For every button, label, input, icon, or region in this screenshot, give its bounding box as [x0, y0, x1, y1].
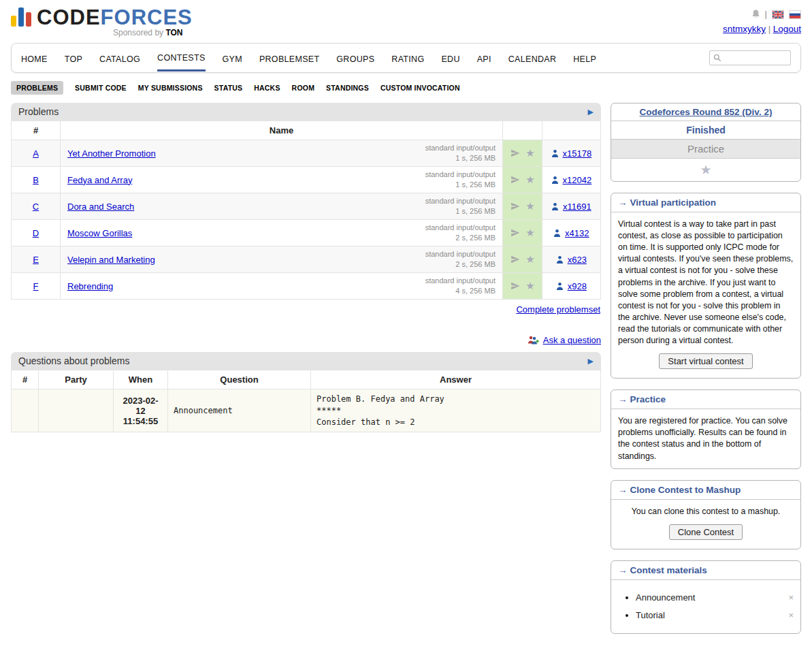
solved-person-icon — [556, 282, 564, 291]
favorite-star-icon[interactable]: ★ — [525, 174, 534, 186]
logo[interactable]: CODEFORCES Sponsored by TON — [11, 7, 193, 37]
header-divider: | — [765, 7, 767, 22]
problem-name-link[interactable]: Yet Another Promotion — [67, 148, 156, 159]
nav-item-api[interactable]: API — [477, 46, 491, 71]
contest-sub-nav: PROBLEMS SUBMIT CODE MY SUBMISSIONS STAT… — [11, 81, 801, 95]
contest-title-link[interactable]: Codeforces Round 852 (Div. 2) — [640, 107, 773, 117]
section-arrow-icon: → — [618, 394, 628, 404]
questions-caption: Questions about problems — [18, 355, 129, 366]
complete-problemset-link[interactable]: Complete problemset — [516, 304, 600, 315]
logo-bars-icon — [11, 7, 31, 28]
problem-letter-link[interactable]: C — [33, 202, 39, 212]
favorite-star-icon[interactable]: ★ — [525, 280, 534, 292]
collapse-arrow-icon[interactable]: ▶ — [588, 357, 594, 366]
col-header-index: # — [12, 121, 61, 140]
nav-item-rating[interactable]: RATING — [391, 46, 424, 71]
collapse-arrow-icon[interactable]: ▶ — [588, 108, 594, 116]
nav-item-edu[interactable]: EDU — [441, 46, 459, 71]
nav-item-calendar[interactable]: CALENDAR — [508, 46, 556, 71]
submit-plane-icon[interactable] — [510, 175, 521, 185]
virtual-participation-text: Virtual contest is a way to take part in… — [618, 219, 794, 347]
table-row: D Moscow Gorillas standard input/output2… — [12, 220, 601, 246]
col-header-answer: Answer — [311, 370, 601, 389]
favorite-star-icon[interactable]: ★ — [525, 227, 534, 239]
subnav-item-my-submissions[interactable]: MY SUBMISSIONS — [138, 84, 203, 92]
notifications-bell-icon[interactable] — [751, 10, 760, 19]
nav-item-home[interactable]: HOME — [21, 46, 48, 71]
practice-header: →Practice — [611, 390, 800, 409]
material-tutorial-link[interactable]: Tutorial — [636, 610, 665, 620]
problem-limits: standard input/output4 s, 256 MB — [425, 276, 496, 296]
submit-plane-icon[interactable] — [510, 202, 521, 211]
nav-item-groups[interactable]: GROUPS — [336, 46, 374, 71]
subnav-item-hacks[interactable]: HACKS — [254, 84, 280, 92]
contest-materials-box: →Contest materials × Announcement × Tuto… — [611, 560, 801, 634]
solved-person-icon — [553, 229, 561, 238]
subnav-item-room[interactable]: ROOM — [292, 84, 314, 92]
flag-en-icon[interactable] — [772, 10, 784, 19]
questions-caption-bar: Questions about problems ▶ — [11, 352, 601, 370]
subnav-item-status[interactable]: STATUS — [214, 84, 243, 92]
page: CODEFORCES Sponsored by TON | — [0, 0, 812, 655]
question-text: Announcement — [168, 389, 311, 432]
problem-letter-link[interactable]: A — [33, 148, 39, 159]
nav-item-problemset[interactable]: PROBLEMSET — [259, 46, 319, 71]
submit-plane-icon[interactable] — [510, 228, 521, 238]
problem-limits: standard input/output1 s, 256 MB — [425, 170, 496, 190]
subnav-item-custom-invocation[interactable]: CUSTOM INVOCATION — [380, 84, 460, 92]
search-box[interactable] — [709, 50, 791, 65]
logout-link[interactable]: Logout — [773, 24, 801, 34]
favorite-star-icon[interactable]: ★ — [525, 200, 534, 212]
nav-item-contests[interactable]: CONTESTS — [157, 44, 205, 71]
subnav-item-standings[interactable]: STANDINGS — [326, 84, 369, 92]
favorite-contest-star-icon[interactable]: ★ — [700, 163, 711, 177]
problem-name-link[interactable]: Moscow Gorillas — [67, 228, 132, 238]
subnav-item-problems[interactable]: PROBLEMS — [11, 81, 63, 95]
solved-count-link[interactable]: x12042 — [562, 175, 591, 185]
col-header-q-num: # — [12, 370, 39, 389]
start-virtual-contest-button[interactable]: Start virtual contest — [659, 353, 752, 369]
search-icon[interactable] — [713, 54, 721, 62]
virtual-participation-header: →Virtual participation — [611, 193, 800, 212]
problem-letter-link[interactable]: F — [33, 281, 39, 291]
nav-item-gym[interactable]: GYM — [223, 46, 242, 71]
question-num — [12, 389, 39, 432]
clone-contest-button[interactable]: Clone Contest — [669, 524, 743, 540]
favorite-star-icon[interactable]: ★ — [525, 147, 534, 159]
solved-count-link[interactable]: x15178 — [562, 148, 591, 159]
problem-letter-link[interactable]: B — [33, 175, 39, 185]
close-icon[interactable]: × — [788, 592, 794, 604]
ask-question-link[interactable]: Ask a question — [543, 335, 601, 345]
submit-plane-icon[interactable] — [510, 281, 521, 291]
list-item: × Tutorial — [636, 609, 794, 622]
problem-name-link[interactable]: Velepin and Marketing — [67, 255, 155, 265]
subnav-item-submit-code[interactable]: SUBMIT CODE — [75, 84, 127, 92]
col-header-party: Party — [39, 370, 114, 389]
solved-count-link[interactable]: x4132 — [565, 228, 589, 238]
search-input[interactable] — [724, 52, 787, 63]
problem-letter-link[interactable]: E — [33, 255, 39, 265]
table-row: 2023-02-12 11:54:55 Announcement Problem… — [12, 389, 601, 432]
submit-plane-icon[interactable] — [510, 148, 521, 158]
flag-ru-icon[interactable] — [789, 10, 801, 19]
solved-count-link[interactable]: x11691 — [563, 202, 591, 212]
nav-item-top[interactable]: TOP — [65, 46, 82, 71]
material-announcement-link[interactable]: Announcement — [636, 592, 695, 603]
question-answer: Problem B. Fedya and Array ***** Conside… — [311, 389, 601, 432]
solved-person-icon — [551, 202, 559, 211]
problem-name-link[interactable]: Dora and Search — [67, 202, 134, 212]
solved-count-link[interactable]: x623 — [568, 255, 587, 265]
username-link[interactable]: sntmxykky — [723, 24, 766, 34]
solved-count-link[interactable]: x928 — [568, 281, 587, 291]
nav-item-help[interactable]: HELP — [573, 46, 596, 71]
favorite-star-icon[interactable]: ★ — [525, 253, 534, 266]
nav-item-catalog[interactable]: CATALOG — [99, 46, 140, 71]
close-icon[interactable]: × — [788, 609, 794, 622]
problem-name-link[interactable]: Fedya and Array — [67, 175, 132, 185]
submit-plane-icon[interactable] — [510, 255, 521, 264]
problem-letter-link[interactable]: D — [33, 228, 39, 238]
sponsored-by: Sponsored by TON — [113, 28, 193, 37]
main-column: Problems ▶ # Name A — [11, 103, 601, 432]
problem-name-link[interactable]: Rebrending — [67, 281, 113, 291]
practice-box: →Practice You are registered for practic… — [611, 389, 801, 468]
